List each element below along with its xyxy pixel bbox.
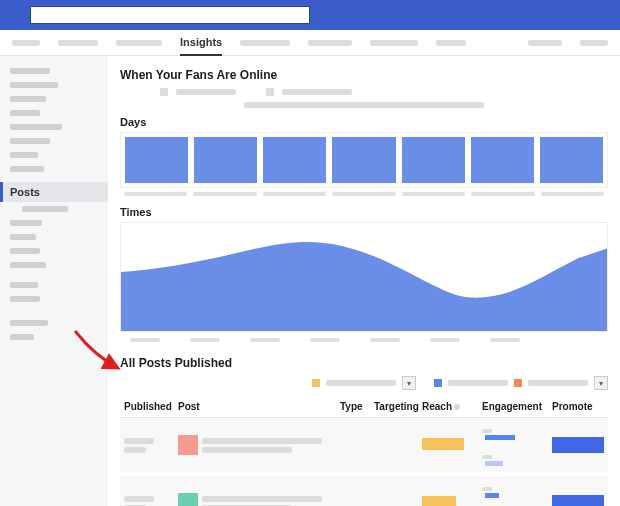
day-bar xyxy=(332,137,395,183)
col-targeting[interactable]: Targeting xyxy=(370,396,418,418)
col-reach[interactable]: Reach xyxy=(418,396,478,418)
sidebar-item[interactable] xyxy=(0,316,108,330)
filter-label xyxy=(326,380,396,386)
tab-item[interactable] xyxy=(528,30,562,56)
col-type[interactable]: Type xyxy=(336,396,370,418)
promote-button[interactable] xyxy=(552,437,604,453)
dropdown-toggle[interactable]: ▾ xyxy=(594,376,608,390)
swatch-icon xyxy=(434,379,442,387)
all-posts-section: All Posts Published ▾ ▾ Published xyxy=(120,356,608,506)
tab-item[interactable] xyxy=(116,30,162,56)
sidebar-item[interactable] xyxy=(0,330,108,344)
main-content: When Your Fans Are Online Days Times xyxy=(108,56,620,506)
search-input[interactable] xyxy=(30,6,310,24)
legend-swatch xyxy=(160,88,168,96)
table-row[interactable] xyxy=(120,474,608,506)
day-bar xyxy=(125,137,188,183)
tab-item[interactable] xyxy=(58,30,98,56)
sidebar-item[interactable] xyxy=(0,230,108,244)
engagement-bars xyxy=(482,487,513,506)
promote-button[interactable] xyxy=(552,495,604,506)
sidebar: Posts xyxy=(0,56,108,506)
reach-bar xyxy=(422,496,456,506)
subtitle-times: Times xyxy=(120,206,608,218)
legend-row xyxy=(120,88,608,96)
sidebar-item[interactable] xyxy=(0,292,108,306)
sidebar-item[interactable] xyxy=(0,106,108,120)
top-bar xyxy=(0,0,620,30)
section-title-fans-online: When Your Fans Are Online xyxy=(120,68,608,82)
col-post[interactable]: Post xyxy=(174,396,336,418)
sidebar-item[interactable] xyxy=(0,216,108,230)
legend-text xyxy=(176,89,236,95)
sidebar-item[interactable] xyxy=(0,162,108,176)
filter-label xyxy=(528,380,588,386)
sidebar-item[interactable] xyxy=(0,258,108,272)
sidebar-item[interactable] xyxy=(0,120,108,134)
sidebar-item[interactable] xyxy=(0,64,108,78)
tab-label: Insights xyxy=(180,36,222,48)
subtitle-days: Days xyxy=(120,116,608,128)
dropdown-toggle[interactable]: ▾ xyxy=(402,376,416,390)
sidebar-item-label: Posts xyxy=(10,186,40,198)
day-bar xyxy=(540,137,603,183)
times-axis-labels xyxy=(120,338,608,342)
table-header-row: Published Post Type Targeting Reach Enga… xyxy=(120,396,608,418)
description-text xyxy=(244,102,484,108)
day-bar xyxy=(402,137,465,183)
day-bar xyxy=(194,137,257,183)
days-bar-chart xyxy=(120,132,608,188)
sidebar-item[interactable] xyxy=(0,148,108,162)
sidebar-item[interactable] xyxy=(0,278,108,292)
legend-swatch xyxy=(266,88,274,96)
sidebar-item[interactable] xyxy=(0,244,108,258)
tab-item[interactable] xyxy=(308,30,352,56)
day-bar xyxy=(263,137,326,183)
day-axis-labels xyxy=(120,192,608,196)
swatch-icon xyxy=(312,379,320,387)
post-thumbnail xyxy=(178,435,198,455)
sidebar-item[interactable] xyxy=(0,134,108,148)
post-thumbnail xyxy=(178,493,198,506)
col-promote[interactable]: Promote xyxy=(548,396,608,418)
day-bar xyxy=(471,137,534,183)
top-tabs: Insights xyxy=(0,30,620,56)
info-icon xyxy=(454,404,460,410)
legend-text xyxy=(282,89,352,95)
engagement-bars xyxy=(482,429,515,466)
tab-insights[interactable]: Insights xyxy=(180,30,222,56)
swatch-icon xyxy=(514,379,522,387)
times-area-chart xyxy=(120,222,608,332)
tab-item[interactable] xyxy=(12,30,40,56)
table-row[interactable] xyxy=(120,418,608,475)
tab-item[interactable] xyxy=(580,30,608,56)
filter-row: ▾ ▾ xyxy=(120,376,608,390)
tab-item[interactable] xyxy=(436,30,466,56)
filter-label xyxy=(448,380,508,386)
sidebar-item[interactable] xyxy=(0,92,108,106)
sidebar-item[interactable] xyxy=(0,202,108,216)
posts-table: Published Post Type Targeting Reach Enga… xyxy=(120,396,608,506)
col-engagement[interactable]: Engagement xyxy=(478,396,548,418)
reach-bar xyxy=(422,438,464,450)
tab-item[interactable] xyxy=(240,30,290,56)
section-title-all-posts: All Posts Published xyxy=(120,356,608,370)
col-published[interactable]: Published xyxy=(120,396,174,418)
sidebar-item[interactable] xyxy=(0,78,108,92)
tab-item[interactable] xyxy=(370,30,418,56)
sidebar-item-posts[interactable]: Posts xyxy=(0,182,108,202)
